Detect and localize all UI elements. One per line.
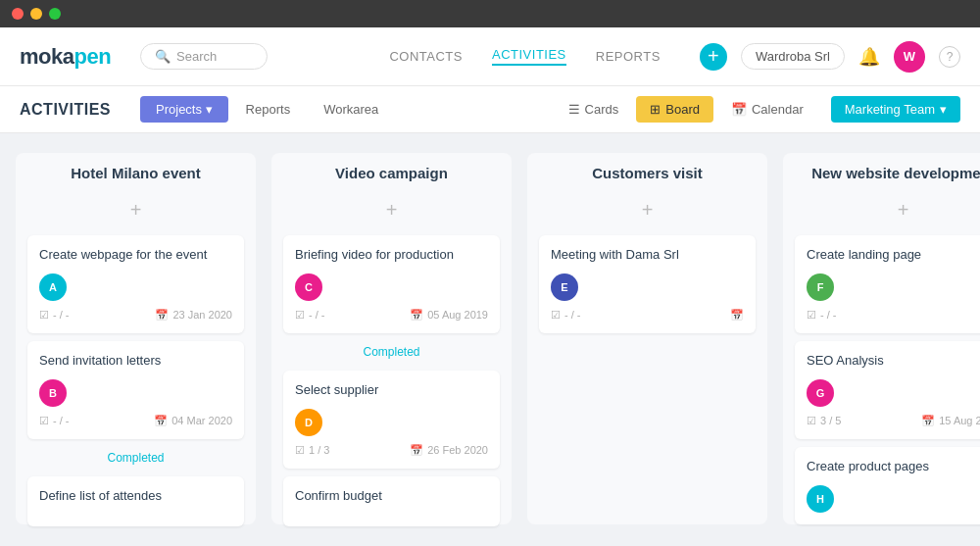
card-title: Send invitation letters [39, 353, 232, 370]
nav-activities[interactable]: ACTIVITIES [492, 47, 566, 66]
avatar: E [551, 273, 578, 301]
card-title: Create landing page [807, 247, 980, 264]
nav-reports[interactable]: REPORTS [596, 49, 661, 64]
view-board[interactable]: ⊞ Board [636, 96, 713, 123]
title-bar [0, 0, 980, 27]
card-customers-1: Meeting with Dama Srl E ☑ - / - 📅 [539, 235, 756, 333]
calendar-icon: 📅 [410, 444, 423, 457]
nav-contacts[interactable]: CONTACTS [389, 49, 463, 64]
card-date: 📅 [730, 309, 744, 322]
card-title: Select supplier [295, 382, 488, 399]
card-date: 📅 05 Aug 2019 [410, 309, 488, 322]
avatar: G [807, 379, 834, 407]
card-meta: ☑ - / - [295, 309, 325, 322]
avatar: H [807, 485, 834, 513]
card-website-1: Create landing page F ☑ - / - 📅 [795, 235, 980, 333]
card-footer: ☑ - / - 📅 05 Aug 2019 [295, 309, 488, 322]
card-footer: ☑ - / - 📅 [807, 309, 980, 322]
column-website: New website development + Create landing… [783, 153, 980, 524]
card-video-2: Select supplier D ☑ 1 / 3 📅 26 Feb 2020 [283, 371, 500, 469]
completed-label-hotel: Completed [27, 447, 244, 469]
view-tab-group: ☰ Cards ⊞ Board 📅 Calendar Marketing Tea… [555, 96, 960, 123]
card-hotel-2: Send invitation letters B ☑ - / - 📅 04 M… [27, 341, 244, 439]
card-meta: ☑ - / - [39, 415, 70, 427]
column-title-customers: Customers visit [539, 165, 756, 189]
calendar-icon: 📅 [730, 309, 744, 322]
card-video-1: Briefing video for production C ☑ - / - … [283, 235, 500, 333]
column-hotel: Hotel Milano event + Create webpage for … [16, 153, 256, 524]
add-card-website[interactable]: + [795, 197, 980, 227]
help-icon[interactable]: ? [939, 46, 960, 68]
nav-links: CONTACTS ACTIVITIES REPORTS [389, 47, 660, 66]
view-calendar[interactable]: 📅 Calendar [717, 96, 817, 123]
card-footer: ☑ 3 / 5 📅 15 Aug 2019 [807, 415, 980, 427]
calendar-icon: 📅 [731, 102, 747, 117]
card-footer: ☑ - / - 📅 23 Jan 2020 [39, 309, 232, 322]
search-box[interactable]: 🔍 Search [140, 43, 268, 70]
card-date: 📅 26 Feb 2020 [410, 444, 488, 457]
card-date: 📅 04 Mar 2020 [154, 415, 232, 427]
card-title: Meeting with Dama Srl [551, 247, 744, 264]
card-date: 📅 15 Aug 2019 [921, 415, 980, 427]
card-date: 📅 23 Jan 2020 [155, 309, 232, 322]
avatar: F [807, 273, 834, 301]
card-meta: ☑ - / - [551, 309, 581, 322]
calendar-icon: 📅 [410, 309, 423, 322]
card-hotel-1: Create webpage for the event A ☑ - / - 📅… [27, 235, 244, 333]
card-hotel-3: Define list of attendes [27, 476, 244, 526]
search-icon: 🔍 [155, 49, 171, 64]
logo[interactable]: mokapen [20, 44, 111, 70]
cards-icon: ☰ [568, 102, 580, 117]
calendar-icon: 📅 [155, 309, 169, 322]
chevron-down-icon: ▾ [940, 102, 947, 117]
avatar: C [295, 273, 322, 301]
checkbox-icon: ☑ [295, 444, 305, 457]
checkbox-icon: ☑ [807, 309, 816, 322]
checkbox-icon: ☑ [551, 309, 561, 322]
card-meta: ☑ - / - [39, 309, 70, 322]
add-card-hotel[interactable]: + [27, 197, 244, 227]
add-card-video[interactable]: + [283, 197, 500, 227]
checkbox-icon: ☑ [807, 415, 816, 427]
card-title: Create product pages [807, 459, 980, 475]
card-website-3: Create product pages H [795, 447, 980, 524]
card-footer: ☑ - / - 📅 04 Mar 2020 [39, 415, 232, 427]
tab-group: Projects ▾ Reports Workarea [140, 96, 394, 123]
view-cards[interactable]: ☰ Cards [555, 96, 633, 123]
card-footer: ☑ - / - 📅 [551, 309, 744, 322]
calendar-icon: 📅 [154, 415, 168, 427]
avatar[interactable]: W [894, 41, 925, 73]
card-title: SEO Analysis [807, 353, 980, 370]
tab-reports[interactable]: Reports [230, 96, 307, 123]
card-meta: ☑ 3 / 5 [807, 415, 841, 427]
calendar-icon: 📅 [921, 415, 935, 427]
card-title: Define list of attendes [39, 488, 232, 505]
card-website-2: SEO Analysis G ☑ 3 / 5 📅 15 Aug 2019 [795, 341, 980, 439]
company-selector[interactable]: Wardroba Srl [741, 43, 845, 70]
card-title: Briefing video for production [295, 247, 488, 264]
completed-label-video: Completed [283, 341, 500, 363]
column-video: Video campaign + Briefing video for prod… [271, 153, 512, 524]
card-meta: ☑ - / - [807, 309, 837, 322]
avatar: B [39, 379, 67, 407]
column-title-hotel: Hotel Milano event [27, 165, 244, 189]
close-dot[interactable] [12, 8, 24, 20]
card-title: Confirm budget [295, 488, 488, 505]
tab-projects[interactable]: Projects ▾ [140, 96, 228, 123]
card-video-3: Confirm budget [283, 476, 500, 526]
bell-icon[interactable]: 🔔 [858, 46, 880, 68]
avatar: D [295, 409, 322, 436]
column-title-website: New website development [795, 165, 980, 189]
board-icon: ⊞ [650, 102, 661, 117]
team-button[interactable]: Marketing Team ▾ [831, 96, 960, 123]
add-card-customers[interactable]: + [539, 197, 756, 227]
column-title-video: Video campaign [283, 165, 500, 189]
page-header: ACTIVITIES Projects ▾ Reports Workarea ☰… [0, 86, 980, 133]
minimize-dot[interactable] [30, 8, 42, 20]
checkbox-icon: ☑ [39, 415, 49, 427]
maximize-dot[interactable] [49, 8, 61, 20]
card-meta: ☑ 1 / 3 [295, 444, 329, 457]
board: Hotel Milano event + Create webpage for … [0, 133, 980, 544]
add-button[interactable]: + [700, 43, 727, 71]
tab-workarea[interactable]: Workarea [308, 96, 394, 123]
